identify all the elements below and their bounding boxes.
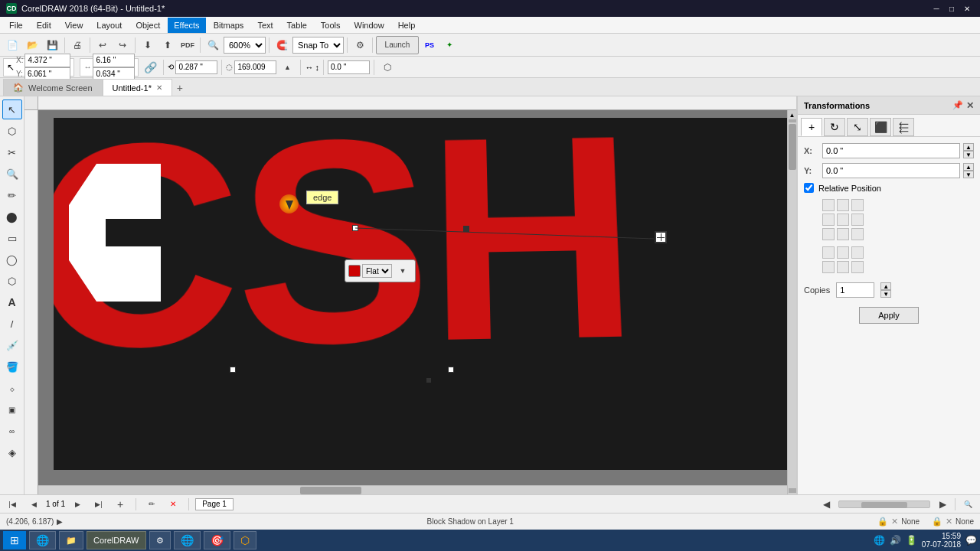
undo-button[interactable]: ↩ [93,36,112,54]
tab-untitled1[interactable]: Untitled-1* ✕ [103,79,172,96]
snap-select[interactable]: Snap To [292,37,344,54]
relative-position-checkbox[interactable] [804,183,814,193]
transform-size-tab[interactable]: ⬛ [870,118,891,136]
h-scroll-thumb[interactable] [300,487,361,494]
smart-fill-tool[interactable]: ⬤ [2,207,22,227]
freehand-tool[interactable]: ✏ [2,185,22,205]
pos-cell2-tc[interactable] [837,246,849,259]
ps-btn[interactable]: PS [420,36,439,54]
zoom-btn1[interactable]: 🔍 [204,36,222,54]
h-scroll-bar-bottom[interactable] [838,500,930,508]
menu-bitmaps[interactable]: Bitmaps [207,18,250,33]
scale-input[interactable] [175,60,217,74]
pdf-button[interactable]: PDF [178,36,197,54]
copies-input[interactable] [836,282,874,298]
tab-close-icon[interactable]: ✕ [156,83,162,92]
menu-effects[interactable]: Effects [168,18,205,33]
pos-cell-bl[interactable] [822,228,835,240]
taskbar-app2[interactable]: ⬡ [234,531,256,549]
next-page-btn[interactable]: ▶ [68,495,87,514]
width-input[interactable] [93,54,135,67]
menu-help[interactable]: Help [392,18,422,33]
save-button[interactable]: 💾 [43,36,61,54]
effect-options-btn[interactable]: ▼ [394,262,412,280]
page-edit-btn[interactable]: ✏ [142,495,161,514]
eyedropper-tool[interactable]: 💉 [2,335,22,355]
apply-button[interactable]: Apply [859,307,919,324]
v-scroll-thumb[interactable] [789,124,796,170]
crop-tool[interactable]: ✂ [2,142,22,162]
angle-input[interactable] [234,60,276,74]
interactive-fill[interactable]: ⬦ [2,378,22,398]
ellipse-tool[interactable]: ◯ [2,249,22,269]
menu-tools[interactable]: Tools [315,18,347,33]
transparency-tool[interactable]: ◈ [2,442,22,462]
add-tab-button[interactable]: + [172,80,188,96]
y-field-input[interactable] [822,163,960,178]
taskbar-corel[interactable]: CorelDRAW [87,531,146,549]
fill-tool[interactable]: 🪣 [2,357,22,377]
effect-color-btn[interactable] [348,265,361,277]
status-arrow-icon[interactable]: ▶ [57,517,63,526]
pos-cell-tl[interactable] [822,199,835,211]
pos-cell-mc[interactable] [837,214,849,226]
copies-spin-up[interactable]: ▲ [880,282,891,290]
open-button[interactable]: 📂 [23,36,41,54]
polygon-tool[interactable]: ⬡ [2,271,22,291]
envelope-btn[interactable]: ⬡ [378,58,397,77]
y-spin-down[interactable]: ▼ [963,171,974,178]
x-spin-up[interactable]: ▲ [963,143,974,151]
x-input[interactable] [24,54,70,67]
scroll-right-btn[interactable]: ▶ [933,495,952,514]
lock-ratio-btn[interactable]: 🔗 [141,58,159,77]
last-page-btn[interactable]: ▶| [90,495,108,514]
line-tool[interactable]: / [2,314,22,334]
menu-file[interactable]: File [3,18,29,33]
pos-cell-mr[interactable] [851,214,864,226]
shape-tool[interactable]: ⬡ [2,121,22,141]
pos-cell2-tr[interactable] [851,246,864,259]
scroll-down-btn[interactable] [789,488,796,493]
clock[interactable]: 15:59 07-07-2018 [922,532,961,549]
start-button[interactable]: ⊞ [3,531,26,549]
pos-cell-br[interactable] [851,228,864,240]
menu-edit[interactable]: Edit [31,18,57,33]
menu-object[interactable]: Object [129,18,166,33]
taskbar-settings[interactable]: ⚙ [149,531,171,549]
pos-cell-tr[interactable] [851,199,864,211]
page-name-input[interactable] [195,498,234,510]
blend-tool[interactable]: ∞ [2,421,22,441]
select-tool[interactable]: ↖ [2,99,22,119]
first-page-btn[interactable]: |◀ [3,495,21,514]
rectangle-tool[interactable]: ▭ [2,228,22,248]
pos-cell2-mr[interactable] [851,261,864,273]
taskbar-ie[interactable]: 🌐 [29,531,56,549]
redo-button[interactable]: ↪ [113,36,132,54]
close-button[interactable]: ✕ [960,2,974,15]
minimize-button[interactable]: ─ [929,2,943,15]
scroll-left-btn[interactable]: ◀ [817,495,835,514]
tab-welcome-screen[interactable]: 🏠 Welcome Screen [3,79,103,96]
menu-table[interactable]: Table [281,18,313,33]
zoom-tool[interactable]: 🔍 [2,164,22,184]
transform-skew-tab[interactable]: ⬱ [893,118,914,136]
pos-cell2-ml[interactable] [822,261,835,273]
menu-layout[interactable]: Layout [90,18,128,33]
zoom-select[interactable]: 600%400%200%100% [224,37,266,54]
taskbar-folder[interactable]: 📁 [59,531,83,549]
pos-cell2-mc[interactable] [837,261,849,273]
menu-window[interactable]: Window [348,18,390,33]
taskbar-browser[interactable]: 🌐 [174,531,201,549]
export-button[interactable]: ⬆ [158,36,177,54]
taskbar-app1[interactable]: 🎯 [204,531,230,549]
sys-network-icon[interactable]: 🌐 [874,535,885,546]
prev-page-btn[interactable]: ◀ [24,495,43,514]
canvas-area[interactable]: 3 3 1/4 3 3/8 3 1/2 3 3/4 3 7/8 4 4 1/8 … [24,96,796,494]
print-button[interactable]: 🖨 [68,36,87,54]
pos-cell-tc[interactable] [837,199,849,211]
add-page-btn[interactable]: + [111,495,129,514]
zoom-fit-btn[interactable]: 🔍 [959,495,977,514]
page-delete-btn[interactable]: ✕ [164,495,182,514]
menu-view[interactable]: View [59,18,90,33]
import-button[interactable]: ⬇ [139,36,157,54]
